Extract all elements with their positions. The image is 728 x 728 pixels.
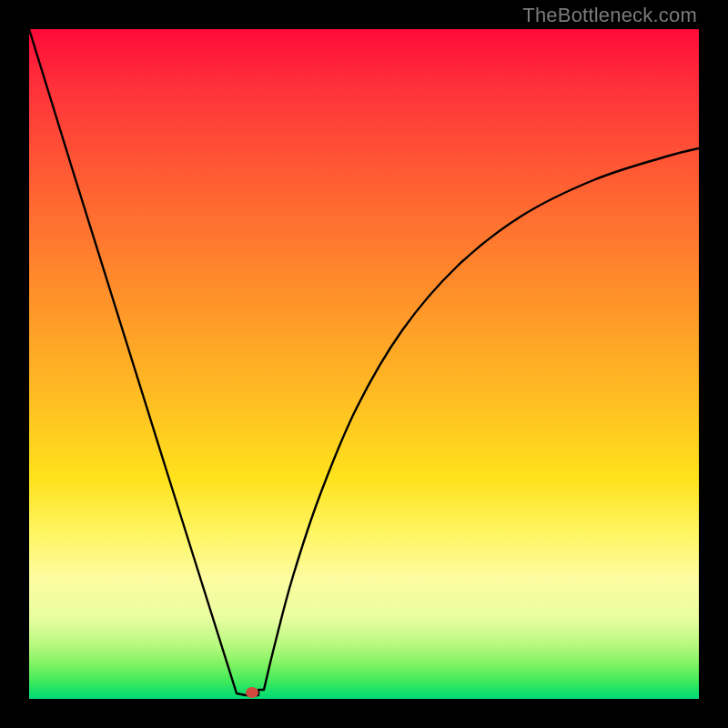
watermark-text: TheBottleneck.com xyxy=(522,4,697,27)
curve-svg xyxy=(29,29,699,699)
plot-area xyxy=(29,29,699,699)
chart-frame: TheBottleneck.com xyxy=(0,0,728,728)
bottleneck-curve xyxy=(29,29,699,695)
min-point-marker xyxy=(246,687,258,698)
